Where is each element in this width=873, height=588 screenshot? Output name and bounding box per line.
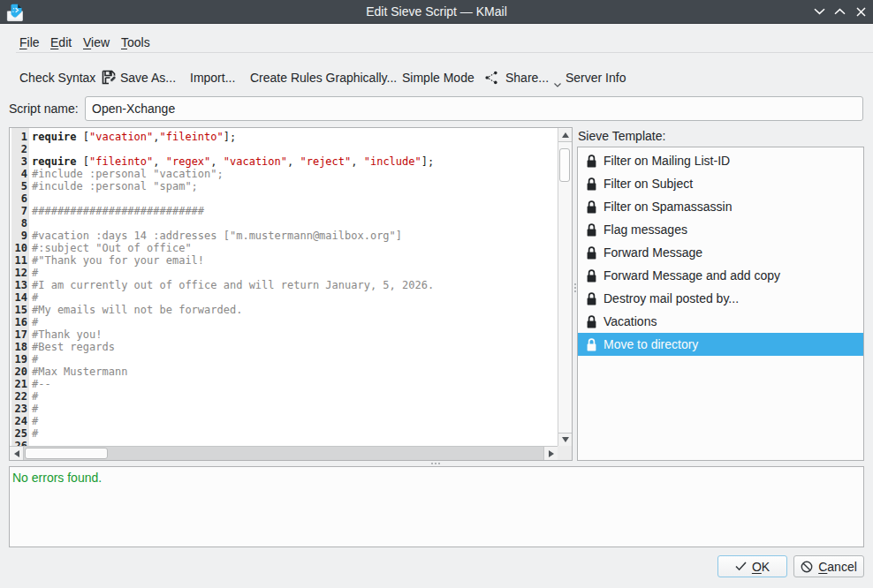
editor-vertical-scrollbar[interactable] bbox=[558, 128, 572, 446]
template-item[interactable]: Move to directory bbox=[578, 333, 863, 356]
code-line: #My emails will not be forwarded. bbox=[32, 304, 558, 316]
line-number: 23 bbox=[11, 403, 29, 415]
menu-view[interactable]: View bbox=[83, 35, 110, 50]
line-number: 1 bbox=[11, 131, 29, 143]
sieve-template-label: Sieve Template: bbox=[578, 127, 665, 146]
chevron-up-icon bbox=[834, 8, 846, 15]
line-number: 5 bbox=[11, 180, 29, 192]
menu-edit[interactable]: Edit bbox=[50, 35, 72, 50]
template-item[interactable]: Flag messages bbox=[578, 218, 863, 241]
scroll-down-button[interactable] bbox=[558, 433, 572, 446]
line-number: 18 bbox=[11, 341, 29, 353]
check-syntax-button[interactable]: Check Syntax bbox=[19, 70, 95, 85]
template-item[interactable]: Forward Message and add copy bbox=[578, 264, 863, 287]
code-line: require ["vacation","fileinto"]; bbox=[32, 131, 558, 143]
code-line: #vacation :days 14 :addresses ["m.muster… bbox=[32, 230, 558, 242]
share-icon bbox=[485, 71, 498, 85]
simple-mode-button[interactable]: Simple Mode bbox=[402, 70, 474, 85]
template-item[interactable]: Filter on Mailing List-ID bbox=[578, 149, 863, 172]
share-button[interactable]: Share... bbox=[485, 70, 561, 85]
code-line: #I am currently out of office and will r… bbox=[32, 279, 558, 291]
line-number: 12 bbox=[11, 267, 29, 279]
line-number: 15 bbox=[11, 304, 29, 316]
line-number: 2 bbox=[11, 143, 29, 155]
minimize-button[interactable] bbox=[809, 0, 829, 23]
save-as-button[interactable]: Save As... bbox=[102, 70, 176, 85]
window-title: Edit Sieve Script — KMail bbox=[0, 0, 873, 23]
line-number: 16 bbox=[11, 316, 29, 328]
lock-icon bbox=[585, 268, 598, 283]
template-item[interactable]: Filter on Subject bbox=[578, 172, 863, 195]
scroll-up-button[interactable] bbox=[558, 129, 572, 142]
line-number: 22 bbox=[11, 390, 29, 403]
code-area[interactable]: require ["vacation","fileinto"];require … bbox=[32, 128, 558, 446]
lock-icon bbox=[585, 291, 598, 306]
create-rules-button[interactable]: Create Rules Graphically... bbox=[250, 70, 397, 85]
code-line: #Max Mustermann bbox=[32, 366, 558, 378]
checkmark-icon bbox=[735, 562, 747, 571]
status-message: No errors found. bbox=[12, 471, 102, 485]
line-number: 13 bbox=[11, 279, 29, 291]
lock-icon bbox=[585, 314, 598, 329]
code-line: ########################### bbox=[32, 205, 558, 217]
template-item[interactable]: Forward Message bbox=[578, 241, 863, 264]
syntax-result-box: No errors found. bbox=[9, 466, 864, 547]
line-number: 17 bbox=[11, 328, 29, 341]
horizontal-scrollbar-thumb[interactable] bbox=[25, 448, 108, 459]
code-line bbox=[32, 143, 558, 155]
titlebar[interactable]: Edit Sieve Script — KMail bbox=[0, 0, 873, 24]
code-line: #Thank you! bbox=[32, 328, 558, 341]
menu-tools[interactable]: Tools bbox=[121, 35, 150, 50]
code-line: require ["fileinto", "regex", "vacation"… bbox=[32, 155, 558, 168]
code-line bbox=[32, 217, 558, 230]
template-item-label: Filter on Mailing List-ID bbox=[604, 154, 730, 168]
template-item[interactable]: Filter on Spamassassin bbox=[578, 195, 863, 218]
script-name-input[interactable] bbox=[85, 96, 863, 121]
ok-button[interactable]: OK bbox=[717, 555, 787, 577]
line-number: 25 bbox=[11, 427, 29, 440]
code-line: #"Thank you for your email! bbox=[32, 254, 558, 267]
vertical-scrollbar-thumb[interactable] bbox=[559, 148, 570, 182]
edit-sieve-script-dialog: { "titlebar": { "title": "Edit Sieve Scr… bbox=[0, 0, 873, 588]
menu-file[interactable]: File bbox=[19, 35, 40, 50]
line-number: 9 bbox=[11, 230, 29, 242]
close-button[interactable] bbox=[851, 0, 870, 23]
code-line: #include :personal "vacation"; bbox=[32, 168, 558, 180]
scroll-left-button[interactable] bbox=[10, 447, 24, 460]
line-number: 24 bbox=[11, 415, 29, 427]
line-number: 7 bbox=[11, 205, 29, 217]
toolbar: Check Syntax Save As... Import... Create… bbox=[0, 53, 873, 95]
line-number: 21 bbox=[11, 378, 29, 390]
code-line bbox=[32, 440, 558, 446]
script-name-label: Script name: bbox=[9, 96, 79, 121]
line-number: 11 bbox=[11, 254, 29, 267]
template-item-label: Vacations bbox=[604, 314, 657, 328]
cancel-button[interactable]: Cancel bbox=[793, 555, 864, 577]
template-item[interactable]: Destroy mail posted by... bbox=[578, 287, 863, 310]
code-line: #Best regards bbox=[32, 341, 558, 353]
editor-horizontal-scrollbar[interactable] bbox=[10, 446, 558, 460]
line-number: 26 bbox=[11, 440, 29, 446]
import-button[interactable]: Import... bbox=[190, 70, 235, 85]
line-number: 4 bbox=[11, 168, 29, 180]
sieve-template-list[interactable]: Filter on Mailing List-IDFilter on Subje… bbox=[577, 147, 864, 461]
template-item-label: Filter on Subject bbox=[604, 177, 693, 191]
line-number-gutter: 1234567891011121314151617181920212223242… bbox=[11, 128, 29, 446]
maximize-button[interactable] bbox=[830, 0, 849, 23]
template-item-label: Filter on Spamassassin bbox=[604, 200, 733, 214]
template-item[interactable]: Vacations bbox=[578, 310, 863, 333]
save-as-icon bbox=[102, 70, 117, 85]
share-dropdown-arrow bbox=[554, 76, 561, 90]
sieve-script-editor[interactable]: 1234567891011121314151617181920212223242… bbox=[9, 127, 573, 461]
code-line: # bbox=[32, 267, 558, 279]
code-line: # bbox=[32, 316, 558, 328]
code-line bbox=[32, 192, 558, 205]
server-info-button[interactable]: Server Info bbox=[566, 70, 626, 85]
template-item-label: Move to directory bbox=[604, 337, 698, 351]
code-line: # bbox=[32, 427, 558, 440]
chevron-down-icon bbox=[814, 8, 825, 15]
code-line: #-- bbox=[32, 378, 558, 390]
line-number: 19 bbox=[11, 353, 29, 366]
scroll-right-button[interactable] bbox=[543, 447, 558, 460]
lock-icon bbox=[585, 200, 598, 215]
